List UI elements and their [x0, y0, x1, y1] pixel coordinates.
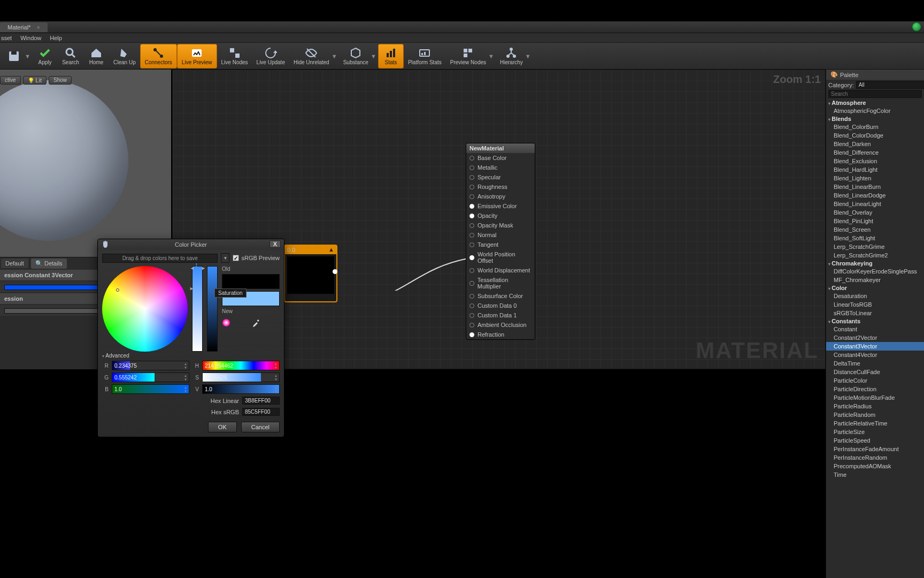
palette-item[interactable]: Constant2Vector: [826, 333, 924, 342]
pin-socket-icon[interactable]: [469, 242, 474, 247]
v-input[interactable]: ▲▼: [202, 384, 280, 394]
pin-metallic[interactable]: Metallic: [466, 163, 535, 172]
palette-item[interactable]: ParticleMotionBlurFade: [826, 393, 924, 402]
palette-item[interactable]: AtmosphericFogColor: [826, 107, 924, 115]
palette-group-color[interactable]: Color: [826, 284, 924, 292]
lit-button[interactable]: 💡 Lit: [23, 76, 47, 85]
pin-tessellation-multiplier[interactable]: Tessellation Multiplier: [466, 275, 535, 291]
pin-ambient-occlusion[interactable]: Ambient Occlusion: [466, 320, 535, 330]
g-input[interactable]: ▲▼: [112, 372, 189, 382]
pin-normal[interactable]: Normal: [466, 230, 535, 240]
source-control-icon[interactable]: [912, 22, 921, 31]
eyedropper-icon[interactable]: [252, 318, 260, 327]
document-tab[interactable]: Material* ×: [0, 22, 48, 32]
palette-item[interactable]: sRGBToLinear: [826, 309, 924, 317]
pin-base-color[interactable]: Base Color: [466, 153, 535, 163]
close-icon[interactable]: ×: [36, 24, 40, 31]
dropdown-arrow-icon[interactable]: ▼: [25, 53, 30, 59]
r-input[interactable]: ▲▼: [112, 361, 189, 370]
pin-socket-icon[interactable]: [469, 313, 474, 318]
save-button[interactable]: [1, 44, 27, 69]
menu-asset[interactable]: sset: [1, 35, 12, 41]
palette-item[interactable]: MF_Chromakeyer: [826, 276, 924, 284]
palette-item[interactable]: Desaturation: [826, 292, 924, 300]
s-input[interactable]: ▲▼: [202, 372, 280, 382]
pin-opacity-mask[interactable]: Opacity Mask: [466, 220, 535, 230]
show-button[interactable]: Show: [49, 76, 72, 85]
pin-socket-icon[interactable]: [469, 233, 474, 238]
palette-item[interactable]: Blend_LinearDodge: [826, 191, 924, 200]
pin-socket-icon[interactable]: [469, 255, 474, 260]
swatch-menu-button[interactable]: ▼: [221, 253, 229, 263]
palette-group-atmosphere[interactable]: Atmosphere: [826, 99, 924, 107]
ok-button[interactable]: OK: [208, 422, 237, 432]
dropdown-arrow-icon[interactable]: ▼: [488, 53, 494, 59]
clean-up-button[interactable]: Clean Up: [109, 44, 140, 69]
pin-socket-icon[interactable]: [469, 214, 474, 218]
palette-item[interactable]: ParticleColor: [826, 376, 924, 385]
dropdown-arrow-icon[interactable]: ▼: [371, 53, 376, 59]
live-update-button[interactable]: Live Update: [252, 44, 289, 69]
palette-item[interactable]: Constant3Vector: [826, 342, 924, 351]
palette-item[interactable]: Blend_SoftLight: [826, 234, 924, 242]
palette-item[interactable]: DistanceCullFade: [826, 368, 924, 376]
palette-item[interactable]: ParticleRadius: [826, 402, 924, 410]
palette-item[interactable]: Blend_ColorBurn: [826, 123, 924, 131]
pin-socket-icon[interactable]: [469, 332, 474, 337]
wheel-cursor[interactable]: [116, 288, 119, 292]
color-swatch-shelf[interactable]: Drag & drop colors here to save: [102, 254, 218, 263]
palette-item[interactable]: ParticleRelativeTime: [826, 419, 924, 428]
palette-item[interactable]: PerInstanceFadeAmount: [826, 445, 924, 453]
pin-socket-icon[interactable]: [469, 268, 474, 273]
palette-item[interactable]: DeltaTime: [826, 359, 924, 368]
palette-item[interactable]: Blend_PinLight: [826, 217, 924, 225]
palette-item[interactable]: DiffColorKeyerErodeSinglePass: [826, 267, 924, 276]
palette-search-input[interactable]: [828, 90, 922, 98]
palette-item[interactable]: Blend_Overlay: [826, 208, 924, 217]
saturation-slider[interactable]: ◄► ► ↕: [192, 266, 203, 352]
pin-refraction[interactable]: Refraction: [466, 330, 535, 339]
menu-window[interactable]: Window: [20, 35, 41, 41]
palette-item[interactable]: Blend_Difference: [826, 148, 924, 157]
pin-specular[interactable]: Specular: [466, 172, 535, 182]
palette-item[interactable]: LinearTosRGB: [826, 300, 924, 309]
pin-socket-icon[interactable]: [469, 185, 474, 189]
menu-help[interactable]: Help: [50, 35, 62, 41]
palette-item[interactable]: Time: [826, 470, 924, 479]
palette-item[interactable]: ParticleRandom: [826, 410, 924, 419]
hide-unrelated-button[interactable]: Hide Unrelated: [289, 44, 334, 69]
pin-socket-icon[interactable]: [469, 223, 474, 228]
pin-socket-icon[interactable]: [469, 204, 474, 209]
srgb-preview-checkbox[interactable]: ✓sRGB Preview: [233, 255, 280, 261]
palette-item[interactable]: Lerp_ScratchGrime2: [826, 251, 924, 260]
dropdown-arrow-icon[interactable]: ▼: [332, 53, 337, 59]
cancel-button[interactable]: Cancel: [241, 422, 280, 432]
palette-group-chromakeying[interactable]: Chromakeying: [826, 260, 924, 267]
hierarchy-button[interactable]: Hierarchy: [496, 44, 527, 69]
dropdown-arrow-icon[interactable]: ▼: [525, 53, 530, 59]
pin-world-displacement[interactable]: World Displacement: [466, 265, 535, 275]
palette-item[interactable]: Blend_LinearLight: [826, 200, 924, 208]
palette-item[interactable]: PrecomputedAOMask: [826, 462, 924, 470]
pin-roughness[interactable]: Roughness: [466, 182, 535, 192]
palette-item[interactable]: Constant: [826, 325, 924, 333]
search-button[interactable]: Search: [58, 44, 83, 69]
palette-item[interactable]: PerInstanceRandom: [826, 453, 924, 462]
stats-button[interactable]: Stats: [378, 44, 404, 69]
pin-socket-icon[interactable]: [469, 156, 474, 161]
palette-item[interactable]: Blend_Darken: [826, 140, 924, 148]
color-wheel[interactable]: [102, 266, 188, 352]
pin-world-position-offset[interactable]: World Position Offset: [466, 249, 535, 265]
preview-viewport[interactable]: [0, 70, 171, 257]
palette-item[interactable]: ParticleSize: [826, 428, 924, 436]
palette-item[interactable]: ParticleSpeed: [826, 436, 924, 445]
palette-item[interactable]: Blend_HardLight: [826, 165, 924, 174]
palette-item[interactable]: Blend_Lighten: [826, 174, 924, 182]
palette-item[interactable]: ParticleDirection: [826, 385, 924, 393]
pin-socket-icon[interactable]: [469, 281, 474, 286]
expand-icon[interactable]: ▲: [328, 246, 334, 253]
b-input[interactable]: ▲▼: [112, 384, 189, 394]
pin-custom-data-0[interactable]: Custom Data 0: [466, 301, 535, 310]
palette-item[interactable]: Blend_LinearBurn: [826, 182, 924, 191]
pin-opacity[interactable]: Opacity: [466, 211, 535, 220]
